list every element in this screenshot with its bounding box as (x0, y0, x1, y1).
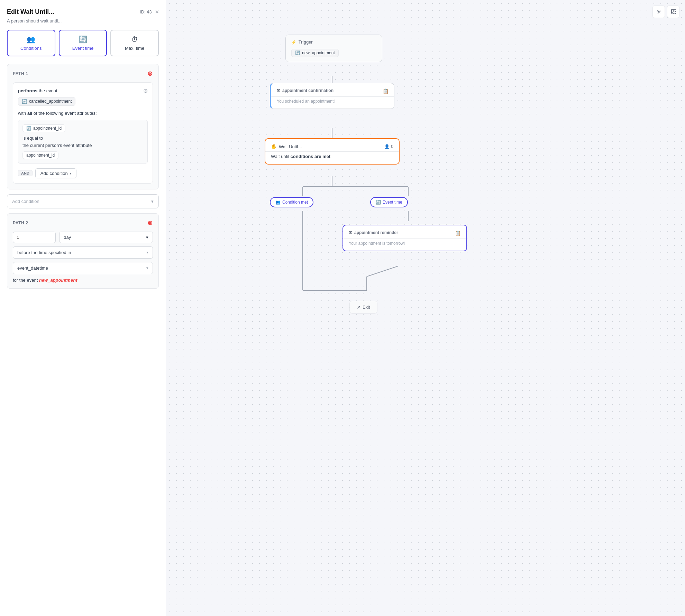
add-condition-dropdown[interactable]: Add condition ▾ (7, 194, 159, 208)
number-field[interactable] (13, 232, 56, 243)
for-event-name: new_appointment (39, 278, 77, 283)
panel-header: Edit Wait Until... ID: 43 × (7, 8, 159, 16)
path1-remove-button[interactable]: ⊗ (147, 70, 153, 77)
reminder-action-icon: 📋 (455, 231, 461, 236)
reminder-node[interactable]: ✉ appointment reminder 📋 Your appointmen… (342, 225, 467, 251)
event-datetime-select[interactable]: event_datetime ▾ (13, 262, 153, 274)
event-datetime-label: event_datetime (17, 265, 48, 271)
reminder-node-content: Your appointment is tomorrow! (349, 241, 461, 246)
canvas-toolbar: ☀ 🖼 (652, 6, 679, 18)
svg-line-7 (367, 266, 398, 277)
right-panel: ☀ 🖼 ⚡ Trigger 🔄 new_appo (166, 0, 685, 616)
condition-remove-button[interactable]: ⊗ (143, 87, 148, 94)
number-unit-row: ▲ ▼ day ▾ (13, 232, 153, 243)
and-row: AND Add condition ▾ (18, 168, 148, 178)
trigger-node-content: 🔄 new_appointment (291, 46, 376, 57)
branch-event-icon: 🔄 (376, 200, 381, 205)
tab-max-time[interactable]: ⏱ Max. time (110, 30, 159, 56)
attr-tag[interactable]: 🔄 appointment_id (22, 124, 65, 132)
exit-node[interactable]: ↗ Exit (349, 301, 377, 314)
add-condition-placeholder: Add condition (12, 199, 39, 204)
add-condition-button-path1[interactable]: Add condition ▾ (35, 168, 76, 178)
exit-label: Exit (363, 305, 370, 310)
path1-header: PATH 1 ⊗ (13, 70, 153, 77)
message-envelope-icon-1: ✉ (277, 88, 280, 93)
trigger-node-title: ⚡ Trigger (291, 40, 376, 45)
trigger-node[interactable]: ⚡ Trigger 🔄 new_appointment (285, 35, 382, 62)
branch-condition-met[interactable]: 👥 Condition met (270, 197, 313, 207)
number-input: ▲ ▼ (13, 232, 56, 243)
path2-remove-button[interactable]: ⊗ (147, 219, 153, 227)
message-node-1-header: ✉ appointment confirmation 📋 (277, 88, 389, 94)
left-panel: Edit Wait Until... ID: 43 × A person sho… (0, 0, 166, 616)
event-tag-label: cancelled_appointment (29, 99, 72, 104)
wait-node[interactable]: ✋ Wait Until… 👤 0 Wait until conditions … (265, 138, 400, 165)
unit-select[interactable]: day ▾ (59, 232, 153, 243)
branch-event-label: Event time (383, 200, 402, 205)
add-condition-dropdown-chevron: ▾ (151, 199, 154, 204)
panel-subtitle: A person should wait until... (7, 18, 159, 24)
add-condition-chevron: ▾ (70, 171, 71, 175)
reminder-node-header: ✉ appointment reminder 📋 (349, 230, 461, 236)
event-tag[interactable]: 🔄 cancelled_appointment (18, 97, 75, 106)
path2-label: PATH 2 (13, 221, 28, 225)
wait-hand-icon: ✋ (271, 144, 277, 149)
branch-condition-icon: 👥 (275, 200, 281, 205)
person-icon: 👤 (384, 144, 390, 149)
before-time-chevron: ▾ (146, 250, 148, 255)
for-event-text: for the event new_appointment (13, 278, 153, 283)
connector-svg (166, 0, 685, 616)
trigger-event-icon: 🔄 (295, 50, 300, 55)
tab-conditions[interactable]: 👥 Conditions (7, 30, 55, 56)
max-time-tab-icon: ⏱ (131, 36, 138, 44)
tab-event-time[interactable]: 🔄 Event time (59, 30, 107, 56)
wait-node-title: Wait Until… (279, 144, 302, 149)
conditions-tab-label: Conditions (20, 46, 42, 51)
attr-condition-text: is equal to the current person's event a… (22, 135, 143, 149)
trigger-bolt-icon: ⚡ (291, 40, 296, 45)
max-time-tab-label: Max. time (125, 46, 144, 51)
panel-id-link[interactable]: ID: 43 (140, 9, 152, 15)
attr-value-tag[interactable]: appointment_id (22, 151, 58, 159)
image-mode-button[interactable]: 🖼 (667, 6, 679, 18)
unit-value: day (64, 235, 71, 240)
before-time-select[interactable]: before the time specified in ▾ (13, 246, 153, 259)
event-datetime-chevron: ▾ (146, 266, 148, 270)
exit-icon: ↗ (357, 305, 360, 310)
path1-label: PATH 1 (13, 71, 28, 76)
path1-condition-box: performs the event 🔄 cancelled_appointme… (13, 82, 153, 184)
panel-title: Edit Wait Until... (7, 8, 54, 16)
event-time-tab-icon: 🔄 (79, 35, 87, 44)
path1-section: PATH 1 ⊗ performs the event 🔄 cancelled_… (7, 64, 159, 189)
performs-text: performs the event (18, 88, 57, 93)
attr-tag-icon: 🔄 (26, 126, 31, 131)
trigger-event-tag: 🔄 new_appointment (291, 49, 339, 57)
condition-box-header: performs the event 🔄 cancelled_appointme… (18, 87, 148, 106)
light-mode-button[interactable]: ☀ (652, 6, 665, 18)
and-badge: AND (18, 170, 33, 176)
attribute-box: 🔄 appointment_id is equal to the current… (18, 120, 148, 164)
reminder-node-title: ✉ appointment reminder (349, 230, 398, 235)
path2-header: PATH 2 ⊗ (13, 219, 153, 227)
event-tag-icon: 🔄 (22, 99, 27, 104)
message-node-1-action-icon: 📋 (383, 88, 389, 94)
wait-node-badge: 👤 0 (384, 144, 393, 149)
panel-id-close-group: ID: 43 × (140, 8, 159, 16)
message-node-1[interactable]: ✉ appointment confirmation 📋 You schedul… (270, 83, 394, 109)
message-node-1-content: You scheduled an appointment! (277, 99, 389, 104)
conditions-tab-icon: 👥 (27, 35, 35, 44)
wait-node-divider (265, 151, 399, 152)
message-node-1-divider (271, 96, 394, 97)
close-button[interactable]: × (155, 8, 159, 16)
with-all-text: with all of the following event attribut… (18, 110, 148, 117)
message-node-1-title: ✉ appointment confirmation (277, 88, 334, 93)
before-time-label: before the time specified in (17, 250, 71, 255)
tab-row: 👥 Conditions 🔄 Event time ⏱ Max. time (7, 30, 159, 56)
branch-event-time[interactable]: 🔄 Event time (370, 197, 408, 207)
attr-tag-label: appointment_id (33, 126, 62, 131)
wait-node-header: ✋ Wait Until… 👤 0 (271, 144, 393, 149)
reminder-node-divider (343, 239, 466, 239)
reminder-envelope-icon: ✉ (349, 230, 352, 235)
path2-section: PATH 2 ⊗ ▲ ▼ day ▾ before the time speci… (7, 213, 159, 289)
branch-condition-label: Condition met (282, 200, 308, 205)
